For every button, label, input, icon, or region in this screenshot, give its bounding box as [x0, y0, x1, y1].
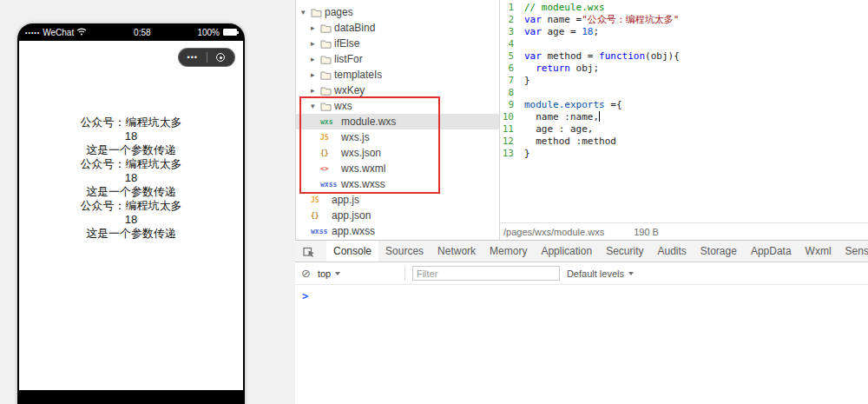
simulator-panel: ••••• WeChat 0:58 100%: [0, 0, 295, 404]
code-token: var: [524, 14, 542, 25]
code-text: method :method: [524, 136, 616, 148]
tab-security[interactable]: Security: [599, 241, 650, 262]
folder-icon: [320, 86, 334, 96]
chevron-down-icon[interactable]: ▾: [311, 102, 320, 110]
folder-icon: [320, 70, 334, 80]
tree-item-wxs.json[interactable]: {}wxs.json: [296, 145, 499, 161]
wechat-devtools-window: ••••• WeChat 0:58 100%: [0, 0, 868, 404]
tree-item-ifElse[interactable]: ▸ifElse: [296, 36, 499, 51]
file-type-icon: wxss: [320, 181, 339, 189]
tree-item-module.wxs[interactable]: wxsmodule.wxs: [296, 114, 499, 129]
tree-item-wxs.wxml[interactable]: <>wxs.wxml: [296, 161, 499, 176]
chevron-right-icon[interactable]: ▸: [311, 39, 320, 48]
more-button[interactable]: •••: [179, 48, 207, 67]
tab-application[interactable]: Application: [534, 241, 599, 262]
tab-sources[interactable]: Sources: [378, 241, 431, 262]
chevron-right-icon[interactable]: ▸: [311, 86, 320, 95]
line-number: 9: [500, 99, 524, 111]
code-text: name :name,: [524, 111, 600, 123]
tree-item-dataBind[interactable]: ▸dataBind: [296, 20, 499, 36]
tree-item-label: wxs.js: [341, 131, 370, 143]
log-levels-dropdown[interactable]: Default levels: [567, 268, 634, 279]
battery-icon: [223, 29, 237, 36]
code-text: var age = 18;: [524, 26, 599, 38]
chevron-right-icon[interactable]: ▸: [311, 23, 320, 32]
console-toolbar: ⊘ top Default levels: [295, 262, 868, 285]
tab-storage[interactable]: Storage: [694, 241, 744, 262]
code-editor[interactable]: 1// modeule.wxs2var name ="公众号：编程坑太多"3va…: [500, 0, 868, 222]
code-text: // modeule.wxs: [524, 2, 605, 14]
code-line[interactable]: 3var age = 18;: [500, 26, 868, 38]
context-selector[interactable]: top: [318, 268, 398, 279]
phone-text-line: 这是一个参数传递: [19, 227, 243, 241]
phone-text-line: 这是一个参数传递: [19, 143, 243, 157]
tree-item-templateIs[interactable]: ▸templateIs: [296, 67, 499, 83]
code-line[interactable]: 6 return obj;: [500, 63, 868, 75]
tree-item-label: ifElse: [334, 37, 359, 50]
inspect-icon[interactable]: [299, 245, 319, 257]
tree-item-wxs[interactable]: ▾wxs: [296, 98, 499, 114]
code-line[interactable]: 10 name :name,: [500, 111, 868, 123]
tree-item-label: wxKey: [334, 84, 365, 96]
tree-item-pages[interactable]: ▾pages: [296, 4, 499, 20]
chevron-down-icon[interactable]: ▾: [301, 8, 311, 17]
phone-text-line: 18: [19, 213, 243, 227]
tree-item-label: dataBind: [334, 22, 375, 34]
tree-item-app.js[interactable]: JSapp.js: [296, 192, 499, 208]
code-line[interactable]: 12 method :method: [500, 136, 868, 148]
exit-circle-icon: [216, 53, 225, 62]
tree-item-label: wxs.json: [341, 147, 381, 159]
exit-button[interactable]: [207, 53, 235, 62]
code-line[interactable]: 1// modeule.wxs: [500, 2, 868, 14]
file-type-icon: <>: [320, 165, 339, 173]
code-line[interactable]: 8: [500, 87, 868, 99]
capsule-menu: •••: [178, 48, 235, 67]
tab-audits[interactable]: Audits: [651, 241, 694, 262]
code-line[interactable]: 9module.exports ={: [500, 99, 868, 111]
code-text: }: [524, 148, 530, 160]
code-line[interactable]: 11 age : age,: [500, 123, 868, 136]
code-token: // modeule.wxs: [524, 2, 605, 13]
clear-console-icon[interactable]: ⊘: [301, 268, 311, 279]
line-number: 8: [500, 87, 524, 99]
console-prompt: >: [302, 290, 308, 302]
code-line[interactable]: 2var name ="公众号：编程坑太多": [500, 14, 868, 26]
tree-item-label: module.wxs: [341, 116, 396, 128]
code-line[interactable]: 7}: [500, 75, 868, 87]
folder-icon: [320, 102, 334, 111]
tree-item-wxs.wxss[interactable]: wxsswxs.wxss: [296, 176, 499, 192]
wifi-icon: [76, 28, 87, 37]
tab-network[interactable]: Network: [431, 241, 483, 262]
tree-item-wxs.js[interactable]: JSwxs.js: [296, 129, 499, 145]
chevron-right-icon[interactable]: ▸: [311, 70, 320, 79]
tab-sensor[interactable]: Sensor: [838, 241, 868, 262]
line-number: 6: [500, 63, 524, 75]
line-number: 7: [500, 75, 524, 87]
tab-appdata[interactable]: AppData: [744, 241, 799, 262]
filter-input[interactable]: [412, 266, 560, 281]
code-token: module.exports: [524, 99, 605, 110]
code-token: age =: [542, 26, 582, 37]
file-explorer-panel: ▾pages▸dataBind▸ifElse▸listFor▸templateI…: [295, 0, 500, 240]
code-line[interactable]: 13}: [500, 148, 868, 160]
code-line[interactable]: 4: [500, 38, 868, 50]
tab-wxml[interactable]: Wxml: [799, 241, 838, 262]
console-output[interactable]: >: [295, 285, 868, 308]
tree-item-label: wxs.wxml: [341, 162, 385, 175]
chevron-down-icon: [335, 272, 340, 275]
code-token: }: [524, 148, 530, 159]
tree-item-listFor[interactable]: ▸listFor: [296, 51, 499, 67]
code-text: return obj;: [524, 63, 599, 75]
code-token: function: [599, 50, 645, 62]
code-line[interactable]: 5var method = function(obj){: [500, 50, 868, 63]
chevron-right-icon[interactable]: ▸: [311, 55, 320, 63]
signal-dots-icon: •••••: [25, 30, 40, 36]
tab-console[interactable]: Console: [326, 241, 378, 262]
phone-simulator: ••••• WeChat 0:58 100%: [17, 23, 245, 404]
tab-memory[interactable]: Memory: [483, 241, 534, 262]
tree-item-wxKey[interactable]: ▸wxKey: [296, 83, 499, 98]
tree-item-app.wxss[interactable]: wxssapp.wxss: [296, 223, 499, 239]
line-number: 3: [500, 26, 524, 38]
folder-icon: [311, 8, 325, 17]
tree-item-app.json[interactable]: {}app.json: [296, 208, 499, 223]
